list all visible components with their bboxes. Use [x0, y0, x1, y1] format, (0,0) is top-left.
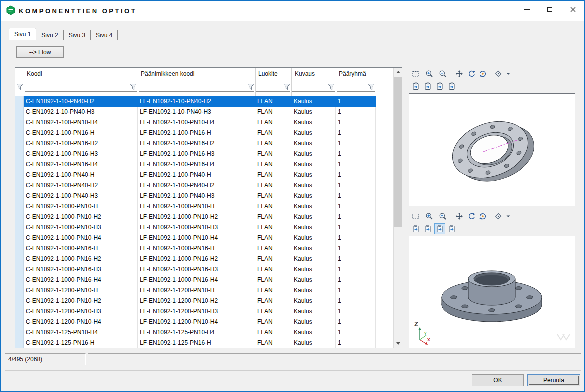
- column-header-paanimikkeen-koodi[interactable]: Päänimikkeen koodi: [141, 70, 194, 77]
- filter-funnel-icon-selector[interactable]: [16, 83, 23, 90]
- cell-paaryhma[interactable]: 1: [336, 264, 376, 275]
- cell-kuvaus[interactable]: Kaulus: [291, 233, 336, 243]
- cell-paaryhma[interactable]: 1: [336, 180, 376, 191]
- table-row[interactable]: C-EN1092-1-100-PN16-H2LF-EN1092-1-100-PN…: [15, 138, 376, 149]
- cell-paaryhma[interactable]: 1: [336, 327, 376, 338]
- cell-koodi[interactable]: C-EN1092-1-100-PN40-H: [24, 170, 138, 180]
- cell-kuvaus[interactable]: Kaulus: [291, 285, 336, 296]
- pan-icon[interactable]: [454, 211, 465, 222]
- rotate-view-icon[interactable]: [466, 68, 477, 79]
- select-rectangle-icon[interactable]: [410, 68, 421, 79]
- row-selector[interactable]: [15, 96, 24, 107]
- cell-koodi[interactable]: C-EN1092-1-1000-PN10-H3: [24, 222, 138, 233]
- cell-luokite[interactable]: FLAN: [255, 264, 291, 275]
- cell-paanimikkeen-koodi[interactable]: LF-EN1092-1-1000-PN16-H: [138, 243, 255, 254]
- clipboard-arrow-icon-2[interactable]: [422, 223, 433, 234]
- filter-funnel-icon-paaryhma[interactable]: [368, 83, 375, 90]
- cell-luokite[interactable]: FLAN: [255, 117, 291, 128]
- cell-luokite[interactable]: FLAN: [255, 338, 291, 348]
- cell-paanimikkeen-koodi[interactable]: LF-EN1092-1-1000-PN10-H4: [138, 233, 255, 243]
- cell-koodi[interactable]: C-EN1092-1-1000-PN16-H4: [24, 275, 138, 285]
- titlebar[interactable]: KOMPONENTTIEN OPTIOT: [1, 1, 584, 21]
- cell-kuvaus[interactable]: Kaulus: [291, 338, 336, 348]
- cell-koodi[interactable]: C-EN1092-1-1000-PN10-H2: [24, 212, 138, 222]
- cell-kuvaus[interactable]: Kaulus: [291, 107, 336, 117]
- filter-funnel-icon-koodi[interactable]: [130, 83, 137, 90]
- cell-luokite[interactable]: FLAN: [255, 191, 291, 201]
- cell-luokite[interactable]: FLAN: [255, 275, 291, 285]
- row-selector[interactable]: [15, 306, 24, 317]
- cell-paanimikkeen-koodi[interactable]: LF-EN1092-1-100-PN40-H: [138, 170, 255, 180]
- cell-luokite[interactable]: FLAN: [255, 149, 291, 159]
- cell-paaryhma[interactable]: 1: [336, 296, 376, 306]
- spin-view-icon[interactable]: [477, 211, 488, 222]
- cell-paanimikkeen-koodi[interactable]: LF-EN1092-1-10-PN40-H3: [138, 107, 255, 117]
- cell-paaryhma[interactable]: 1: [336, 338, 376, 348]
- cell-paanimikkeen-koodi[interactable]: LF-EN1092-1-1200-PN10-H3: [138, 306, 255, 317]
- cell-luokite[interactable]: FLAN: [255, 96, 291, 107]
- filter-input-paanimikkeen-koodi[interactable]: [139, 91, 254, 92]
- rotate-view-icon[interactable]: [466, 211, 477, 222]
- cell-paanimikkeen-koodi[interactable]: LF-EN1092-1-1200-PN10-H4: [138, 317, 255, 327]
- cell-luokite[interactable]: FLAN: [255, 327, 291, 338]
- table-row[interactable]: C-EN1092-1-1200-PN10-H4LF-EN1092-1-1200-…: [15, 317, 376, 327]
- cell-paanimikkeen-koodi[interactable]: LF-EN1092-1-100-PN16-H4: [138, 159, 255, 170]
- table-row[interactable]: C-EN1092-1-1200-PN10-H2LF-EN1092-1-1200-…: [15, 296, 376, 306]
- tab-sivu-2[interactable]: Sivu 2: [36, 30, 63, 40]
- row-selector[interactable]: [15, 317, 24, 327]
- filter-input-kuvaus[interactable]: [292, 91, 335, 92]
- cell-paaryhma[interactable]: 1: [336, 285, 376, 296]
- table-row[interactable]: C-EN1092-1-10-PN40-H2LF-EN1092-1-10-PN40…: [15, 96, 376, 107]
- cell-kuvaus[interactable]: Kaulus: [291, 201, 336, 212]
- cell-kuvaus[interactable]: Kaulus: [291, 296, 336, 306]
- cell-paaryhma[interactable]: 1: [336, 96, 376, 107]
- cell-kuvaus[interactable]: Kaulus: [291, 149, 336, 159]
- row-selector[interactable]: [15, 338, 24, 348]
- cell-luokite[interactable]: FLAN: [255, 222, 291, 233]
- cell-kuvaus[interactable]: Kaulus: [291, 117, 336, 128]
- cell-kuvaus[interactable]: Kaulus: [291, 212, 336, 222]
- cell-paaryhma[interactable]: 1: [336, 306, 376, 317]
- row-selector[interactable]: [15, 233, 24, 243]
- table-row[interactable]: C-EN1092-1-100-PN16-H3LF-EN1092-1-100-PN…: [15, 149, 376, 159]
- zoom-in-icon[interactable]: [424, 211, 435, 222]
- cell-koodi[interactable]: C-EN1092-1-1200-PN10-H4: [24, 317, 138, 327]
- cell-luokite[interactable]: FLAN: [255, 243, 291, 254]
- row-selector[interactable]: [15, 201, 24, 212]
- table-row[interactable]: C-EN1092-1-125-PN10-H4LF-EN1092-1-125-PN…: [15, 327, 376, 338]
- cell-paaryhma[interactable]: 1: [336, 201, 376, 212]
- cell-luokite[interactable]: FLAN: [255, 180, 291, 191]
- cell-luokite[interactable]: FLAN: [255, 128, 291, 138]
- cell-koodi[interactable]: C-EN1092-1-1200-PN10-H3: [24, 306, 138, 317]
- scroll-down-icon[interactable]: [394, 339, 402, 348]
- row-selector[interactable]: [15, 107, 24, 117]
- cell-kuvaus[interactable]: Kaulus: [291, 159, 336, 170]
- row-selector[interactable]: [15, 243, 24, 254]
- table-row[interactable]: C-EN1092-1-100-PN16-H4LF-EN1092-1-100-PN…: [15, 159, 376, 170]
- table-row[interactable]: C-EN1092-1-1000-PN10-H4LF-EN1092-1-1000-…: [15, 233, 376, 243]
- cell-luokite[interactable]: FLAN: [255, 254, 291, 264]
- select-rectangle-icon[interactable]: [410, 211, 421, 222]
- cell-paanimikkeen-koodi[interactable]: LF-EN1092-1-100-PN16-H2: [138, 138, 255, 149]
- row-selector[interactable]: [15, 285, 24, 296]
- center-view-icon[interactable]: [493, 211, 504, 222]
- cell-luokite[interactable]: FLAN: [255, 296, 291, 306]
- view-dropdown-arrow-icon[interactable]: [504, 68, 512, 79]
- filter-funnel-icon-luokite[interactable]: [283, 83, 290, 90]
- scroll-up-icon[interactable]: [394, 68, 402, 76]
- cell-paaryhma[interactable]: 1: [336, 191, 376, 201]
- row-selector[interactable]: [15, 138, 24, 149]
- row-selector[interactable]: [15, 117, 24, 128]
- cell-kuvaus[interactable]: Kaulus: [291, 327, 336, 338]
- cell-koodi[interactable]: C-EN1092-1-10-PN40-H2: [24, 96, 138, 107]
- table-row[interactable]: C-EN1092-1-100-PN40-H3LF-EN1092-1-100-PN…: [15, 191, 376, 201]
- cell-paaryhma[interactable]: 1: [336, 138, 376, 149]
- cell-koodi[interactable]: C-EN1092-1-125-PN10-H4: [24, 327, 138, 338]
- cell-koodi[interactable]: C-EN1092-1-1000-PN10-H4: [24, 233, 138, 243]
- filter-input-paaryhma[interactable]: [337, 91, 375, 92]
- cell-paanimikkeen-koodi[interactable]: LF-EN1092-1-1000-PN16-H3: [138, 264, 255, 275]
- tab-sivu-3[interactable]: Sivu 3: [64, 30, 91, 40]
- minimize-button[interactable]: [515, 1, 538, 18]
- cell-koodi[interactable]: C-EN1092-1-1200-PN10-H2: [24, 296, 138, 306]
- table-row[interactable]: C-EN1092-1-1000-PN16-H3LF-EN1092-1-1000-…: [15, 264, 376, 275]
